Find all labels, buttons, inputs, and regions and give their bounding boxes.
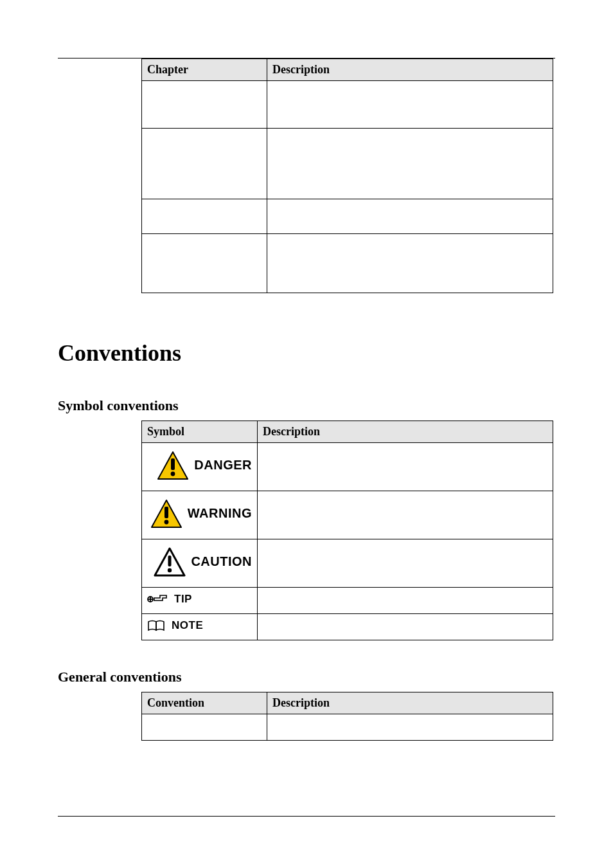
convention-cell — [142, 714, 267, 741]
description-header: Description — [267, 59, 553, 81]
danger-label: DANGER — [194, 458, 252, 473]
symbol-conventions-heading: Symbol conventions — [58, 397, 555, 414]
description-cell — [267, 199, 553, 234]
svg-rect-7 — [168, 556, 172, 566]
chapter-header: Chapter — [142, 59, 267, 81]
triangle-alert-filled-icon — [150, 499, 182, 529]
description-header: Description — [258, 421, 553, 443]
warning-label: WARNING — [188, 506, 252, 521]
description-cell — [258, 614, 553, 640]
svg-rect-1 — [171, 458, 175, 470]
chapter-cell — [142, 81, 267, 129]
svg-point-5 — [164, 520, 168, 524]
symbol-cell: WARNING — [142, 491, 258, 539]
chapter-cell — [142, 199, 267, 234]
symbol-conventions-table: Symbol Description DANGER — [141, 420, 553, 640]
chapter-description-table: Chapter Description — [141, 59, 553, 293]
symbol-cell: NOTE — [142, 614, 258, 640]
conventions-heading: Conventions — [58, 339, 555, 366]
description-cell — [267, 234, 553, 293]
tip-label: TIP — [174, 593, 192, 606]
chapter-cell — [142, 234, 267, 293]
description-cell — [267, 129, 553, 199]
description-cell — [267, 714, 553, 741]
description-cell — [267, 81, 553, 129]
triangle-alert-outline-icon — [154, 547, 186, 577]
description-header: Description — [267, 692, 553, 714]
description-cell — [258, 539, 553, 588]
chapter-cell — [142, 129, 267, 199]
description-cell — [258, 588, 553, 614]
svg-rect-4 — [164, 507, 168, 518]
note-label: NOTE — [172, 619, 203, 632]
symbol-cell: TIP — [142, 588, 258, 614]
general-conventions-table: Convention Description — [141, 692, 553, 741]
triangle-alert-filled-icon — [157, 451, 189, 480]
symbol-cell: CAUTION — [142, 539, 258, 588]
general-conventions-heading: General conventions — [58, 669, 555, 685]
convention-header: Convention — [142, 692, 267, 714]
symbol-header: Symbol — [142, 421, 258, 443]
symbol-cell: DANGER — [142, 443, 258, 491]
description-cell — [258, 491, 553, 539]
caution-label: CAUTION — [191, 554, 252, 569]
description-cell — [258, 443, 553, 491]
note-book-icon — [147, 619, 166, 632]
svg-point-2 — [171, 471, 175, 476]
footer-rule — [58, 816, 555, 817]
svg-point-8 — [168, 568, 172, 572]
tip-hand-icon — [147, 593, 169, 606]
